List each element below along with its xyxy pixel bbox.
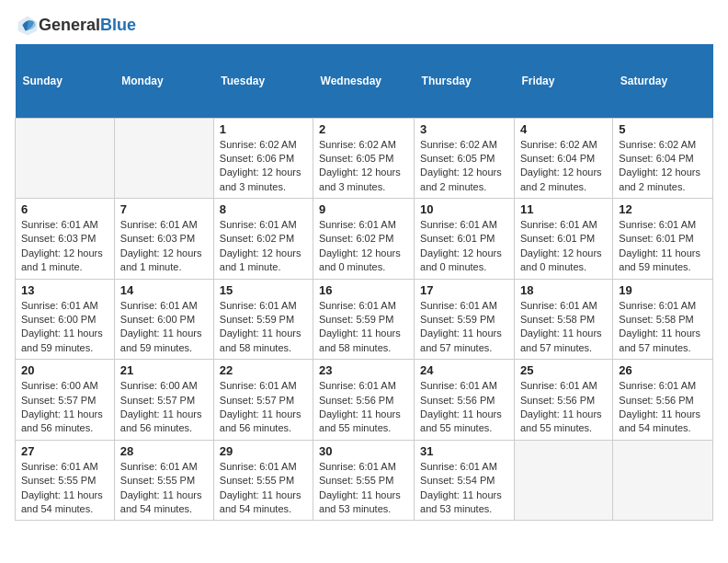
day-number: 15 [220, 283, 307, 297]
day-number: 9 [319, 202, 408, 216]
week-row-3: 13Sunrise: 6:01 AM Sunset: 6:00 PM Dayli… [16, 279, 713, 360]
day-number: 2 [319, 122, 408, 136]
calendar-cell: 19Sunrise: 6:01 AM Sunset: 5:58 PM Dayli… [613, 279, 713, 360]
week-row-4: 20Sunrise: 6:00 AM Sunset: 5:57 PM Dayli… [16, 360, 713, 441]
calendar-cell: 10Sunrise: 6:01 AM Sunset: 6:01 PM Dayli… [415, 199, 515, 280]
calendar-cell [16, 118, 115, 199]
calendar-cell [114, 118, 213, 199]
day-info: Sunrise: 6:01 AM Sunset: 6:00 PM Dayligh… [120, 299, 208, 356]
day-number: 17 [420, 283, 508, 297]
calendar-cell: 23Sunrise: 6:01 AM Sunset: 5:56 PM Dayli… [313, 360, 415, 441]
calendar-cell: 14Sunrise: 6:01 AM Sunset: 6:00 PM Dayli… [114, 279, 213, 360]
day-info: Sunrise: 6:01 AM Sunset: 5:56 PM Dayligh… [619, 379, 707, 436]
day-info: Sunrise: 6:02 AM Sunset: 6:04 PM Dayligh… [520, 138, 607, 195]
logo: GeneralBlue [15, 15, 136, 37]
day-number: 23 [319, 363, 408, 377]
logo-icon [17, 15, 39, 37]
day-number: 10 [420, 202, 508, 216]
day-info: Sunrise: 6:01 AM Sunset: 6:01 PM Dayligh… [619, 218, 707, 275]
calendar-cell: 28Sunrise: 6:01 AM Sunset: 5:55 PM Dayli… [114, 440, 213, 521]
day-info: Sunrise: 6:01 AM Sunset: 5:59 PM Dayligh… [420, 299, 508, 356]
weekday-header-friday: Friday [514, 44, 612, 118]
week-row-1: 1Sunrise: 6:02 AM Sunset: 6:06 PM Daylig… [16, 118, 713, 199]
day-number: 7 [120, 202, 208, 216]
week-row-5: 27Sunrise: 6:01 AM Sunset: 5:55 PM Dayli… [16, 440, 713, 521]
day-info: Sunrise: 6:01 AM Sunset: 6:00 PM Dayligh… [21, 299, 108, 356]
calendar-cell: 11Sunrise: 6:01 AM Sunset: 6:01 PM Dayli… [514, 199, 612, 280]
calendar-cell: 25Sunrise: 6:01 AM Sunset: 5:56 PM Dayli… [514, 360, 612, 441]
day-number: 24 [420, 363, 508, 377]
day-number: 6 [21, 202, 108, 216]
logo-general-text: GeneralBlue [39, 17, 136, 35]
day-info: Sunrise: 6:01 AM Sunset: 5:55 PM Dayligh… [21, 460, 108, 517]
day-number: 28 [120, 444, 208, 458]
calendar-table: SundayMondayTuesdayWednesdayThursdayFrid… [15, 44, 713, 521]
calendar-cell: 20Sunrise: 6:00 AM Sunset: 5:57 PM Dayli… [16, 360, 115, 441]
weekday-header-row: SundayMondayTuesdayWednesdayThursdayFrid… [16, 44, 713, 118]
day-info: Sunrise: 6:00 AM Sunset: 5:57 PM Dayligh… [21, 379, 108, 436]
day-number: 12 [619, 202, 707, 216]
weekday-header-sunday: Sunday [16, 44, 115, 118]
day-number: 1 [220, 122, 307, 136]
calendar-cell: 16Sunrise: 6:01 AM Sunset: 5:59 PM Dayli… [313, 279, 415, 360]
day-info: Sunrise: 6:01 AM Sunset: 5:56 PM Dayligh… [420, 379, 508, 436]
day-info: Sunrise: 6:00 AM Sunset: 5:57 PM Dayligh… [120, 379, 208, 436]
day-number: 30 [319, 444, 408, 458]
day-number: 29 [220, 444, 307, 458]
day-number: 22 [220, 363, 307, 377]
calendar-cell: 1Sunrise: 6:02 AM Sunset: 6:06 PM Daylig… [213, 118, 313, 199]
day-number: 5 [619, 122, 707, 136]
calendar-cell: 7Sunrise: 6:01 AM Sunset: 6:03 PM Daylig… [114, 199, 213, 280]
calendar-cell: 13Sunrise: 6:01 AM Sunset: 6:00 PM Dayli… [16, 279, 115, 360]
day-number: 21 [120, 363, 208, 377]
calendar-cell: 21Sunrise: 6:00 AM Sunset: 5:57 PM Dayli… [114, 360, 213, 441]
calendar-cell: 22Sunrise: 6:01 AM Sunset: 5:57 PM Dayli… [213, 360, 313, 441]
weekday-header-thursday: Thursday [415, 44, 515, 118]
day-number: 11 [520, 202, 607, 216]
day-info: Sunrise: 6:01 AM Sunset: 5:58 PM Dayligh… [619, 299, 707, 356]
calendar-cell: 12Sunrise: 6:01 AM Sunset: 6:01 PM Dayli… [613, 199, 713, 280]
calendar-cell: 30Sunrise: 6:01 AM Sunset: 5:55 PM Dayli… [313, 440, 415, 521]
day-info: Sunrise: 6:01 AM Sunset: 5:59 PM Dayligh… [319, 299, 408, 356]
day-number: 13 [21, 283, 108, 297]
day-info: Sunrise: 6:02 AM Sunset: 6:04 PM Dayligh… [619, 138, 707, 195]
day-number: 14 [120, 283, 208, 297]
weekday-header-monday: Monday [114, 44, 213, 118]
calendar-cell: 24Sunrise: 6:01 AM Sunset: 5:56 PM Dayli… [415, 360, 515, 441]
day-info: Sunrise: 6:01 AM Sunset: 5:58 PM Dayligh… [520, 299, 607, 356]
calendar-cell: 27Sunrise: 6:01 AM Sunset: 5:55 PM Dayli… [16, 440, 115, 521]
day-number: 18 [520, 283, 607, 297]
day-number: 20 [21, 363, 108, 377]
weekday-header-tuesday: Tuesday [213, 44, 313, 118]
day-info: Sunrise: 6:01 AM Sunset: 5:55 PM Dayligh… [120, 460, 208, 517]
calendar-cell: 15Sunrise: 6:01 AM Sunset: 5:59 PM Dayli… [213, 279, 313, 360]
day-info: Sunrise: 6:01 AM Sunset: 6:02 PM Dayligh… [220, 218, 307, 275]
week-row-2: 6Sunrise: 6:01 AM Sunset: 6:03 PM Daylig… [16, 199, 713, 280]
page-header: GeneralBlue [15, 15, 713, 37]
day-info: Sunrise: 6:01 AM Sunset: 6:02 PM Dayligh… [319, 218, 408, 275]
calendar-cell: 26Sunrise: 6:01 AM Sunset: 5:56 PM Dayli… [613, 360, 713, 441]
calendar-cell: 6Sunrise: 6:01 AM Sunset: 6:03 PM Daylig… [16, 199, 115, 280]
day-number: 31 [420, 444, 508, 458]
calendar-cell: 18Sunrise: 6:01 AM Sunset: 5:58 PM Dayli… [514, 279, 612, 360]
calendar-cell [613, 440, 713, 521]
day-number: 27 [21, 444, 108, 458]
day-info: Sunrise: 6:01 AM Sunset: 6:01 PM Dayligh… [520, 218, 607, 275]
day-number: 16 [319, 283, 408, 297]
day-number: 25 [520, 363, 607, 377]
calendar-cell: 9Sunrise: 6:01 AM Sunset: 6:02 PM Daylig… [313, 199, 415, 280]
calendar-cell: 29Sunrise: 6:01 AM Sunset: 5:55 PM Dayli… [213, 440, 313, 521]
day-number: 3 [420, 122, 508, 136]
day-info: Sunrise: 6:01 AM Sunset: 5:56 PM Dayligh… [319, 379, 408, 436]
day-info: Sunrise: 6:01 AM Sunset: 5:54 PM Dayligh… [420, 460, 508, 517]
weekday-header-wednesday: Wednesday [313, 44, 415, 118]
calendar-cell: 2Sunrise: 6:02 AM Sunset: 6:05 PM Daylig… [313, 118, 415, 199]
day-info: Sunrise: 6:01 AM Sunset: 5:55 PM Dayligh… [319, 460, 408, 517]
day-info: Sunrise: 6:02 AM Sunset: 6:05 PM Dayligh… [319, 138, 408, 195]
day-info: Sunrise: 6:01 AM Sunset: 6:03 PM Dayligh… [21, 218, 108, 275]
day-number: 4 [520, 122, 607, 136]
day-info: Sunrise: 6:01 AM Sunset: 5:56 PM Dayligh… [520, 379, 607, 436]
day-info: Sunrise: 6:02 AM Sunset: 6:06 PM Dayligh… [220, 138, 307, 195]
calendar-cell: 17Sunrise: 6:01 AM Sunset: 5:59 PM Dayli… [415, 279, 515, 360]
day-info: Sunrise: 6:01 AM Sunset: 6:03 PM Dayligh… [120, 218, 208, 275]
